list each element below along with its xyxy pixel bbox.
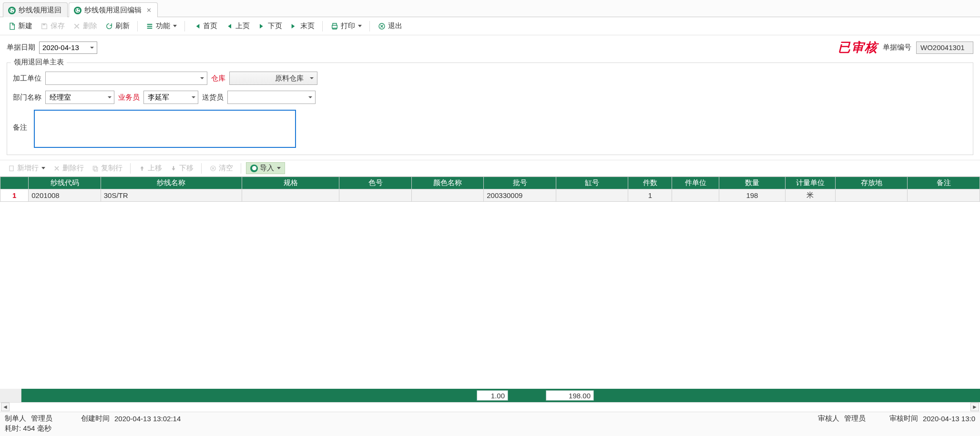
chevron-down-icon[interactable]: [87, 42, 97, 53]
col-header[interactable]: 规格: [242, 177, 339, 189]
svg-rect-0: [43, 23, 45, 25]
delete-icon: [53, 165, 61, 172]
doc-date-field[interactable]: [39, 42, 97, 54]
col-header[interactable]: 纱线名称: [101, 177, 242, 189]
copy-icon: [92, 165, 99, 172]
new-icon: [8, 22, 16, 31]
cell[interactable]: [556, 189, 628, 202]
chevron-down-icon[interactable]: [105, 91, 114, 104]
elapsed-text: 耗时: 454 毫秒: [5, 423, 975, 435]
dept-label: 部门名称: [13, 93, 41, 102]
h-scrollbar[interactable]: ◄ ►: [0, 402, 980, 412]
cell[interactable]: [242, 189, 339, 202]
svg-rect-3: [93, 166, 96, 170]
col-header[interactable]: 批号: [484, 177, 556, 189]
doc-no-label: 单据编号: [883, 43, 911, 52]
separator: [241, 163, 241, 174]
tab-item[interactable]: 纱线领用退回: [3, 2, 68, 17]
table-row[interactable]: 1020100830S/TR2003300091198米: [0, 189, 980, 202]
total-qty: 1.00: [477, 390, 508, 401]
salesman-field[interactable]: [143, 91, 198, 104]
chevron-down-icon[interactable]: [306, 72, 317, 84]
warehouse-field[interactable]: 原料仓库: [229, 72, 317, 85]
cell[interactable]: 1: [628, 189, 672, 202]
arrow-up-icon: [138, 165, 146, 172]
salesman-input[interactable]: [144, 91, 189, 104]
col-header[interactable]: 存放地: [835, 177, 907, 189]
globe-icon: [250, 165, 258, 172]
cell[interactable]: 200330009: [484, 189, 556, 202]
auditor-label: 审核人: [818, 414, 839, 423]
separator: [184, 21, 185, 31]
col-header[interactable]: 数量: [719, 177, 785, 189]
create-time-label: 创建时间: [81, 414, 110, 423]
dept-input[interactable]: [46, 91, 105, 104]
data-grid: 纱线代码纱线名称规格色号颜色名称批号缸号件数件单位数量计量单位存放地备注 102…: [0, 176, 980, 412]
clear-icon: [209, 165, 217, 172]
import-button[interactable]: 导入: [246, 162, 285, 174]
doc-date-input[interactable]: [40, 42, 87, 53]
col-header[interactable]: 缸号: [556, 177, 628, 189]
deliverer-input[interactable]: [228, 91, 306, 104]
col-header[interactable]: 备注: [908, 177, 980, 189]
scroll-track[interactable]: [10, 404, 970, 411]
deliverer-field[interactable]: [227, 91, 316, 104]
row-number: 1: [0, 189, 29, 202]
audit-stamp: 已审核: [838, 39, 878, 56]
cell[interactable]: [339, 189, 411, 202]
cell[interactable]: 30S/TR: [101, 189, 242, 202]
col-header[interactable]: 纱线代码: [29, 177, 101, 189]
col-header[interactable]: 色号: [339, 177, 411, 189]
refresh-button[interactable]: 刷新: [102, 20, 133, 32]
grid-scroll[interactable]: 纱线代码纱线名称规格色号颜色名称批号缸号件数件单位数量计量单位存放地备注 102…: [0, 176, 980, 389]
save-icon: [40, 22, 49, 31]
doc-no-field: WO20041301: [916, 42, 973, 54]
last-page-button[interactable]: 末页: [287, 20, 317, 32]
print-button[interactable]: 打印: [327, 20, 365, 32]
tab-item-active[interactable]: 纱线领用退回编辑 ✕: [69, 2, 158, 17]
function-button[interactable]: 功能: [143, 20, 180, 32]
remarks-textarea[interactable]: [34, 110, 296, 148]
col-header[interactable]: 件数: [628, 177, 672, 189]
cell[interactable]: [835, 189, 907, 202]
cell[interactable]: 0201008: [29, 189, 101, 202]
globe-icon: [8, 7, 16, 14]
cell[interactable]: 米: [785, 189, 835, 202]
chevron-down-icon[interactable]: [189, 91, 198, 104]
save-button: 保存: [37, 20, 68, 32]
prev-page-button[interactable]: 上页: [222, 20, 253, 32]
exit-button[interactable]: 退出: [375, 20, 405, 32]
first-page-button[interactable]: 首页: [190, 20, 220, 32]
chevron-down-icon[interactable]: [197, 72, 207, 84]
col-header[interactable]: 件单位: [672, 177, 719, 189]
col-header[interactable]: [0, 177, 29, 189]
next-page-button[interactable]: 下页: [255, 20, 285, 32]
new-button[interactable]: 新建: [5, 20, 35, 32]
chevron-down-icon[interactable]: [306, 91, 315, 104]
creator-label: 制单人: [5, 414, 26, 423]
scroll-right-icon[interactable]: ►: [970, 403, 979, 411]
cell[interactable]: 198: [719, 189, 785, 202]
close-icon[interactable]: ✕: [146, 7, 152, 14]
col-header[interactable]: 颜色名称: [411, 177, 483, 189]
last-icon: [290, 22, 298, 31]
svg-rect-2: [10, 166, 13, 171]
move-down-button: 下移: [167, 162, 196, 174]
remarks-label: 备注: [13, 123, 27, 132]
grid-totals: 1.00 198.00: [0, 389, 980, 402]
globe-icon: [74, 7, 82, 14]
separator: [130, 163, 131, 174]
process-unit-field[interactable]: [45, 72, 207, 85]
dept-field[interactable]: [45, 91, 114, 104]
move-up-button: 上移: [135, 162, 165, 174]
cell[interactable]: [672, 189, 719, 202]
col-header[interactable]: 计量单位: [785, 177, 835, 189]
cell[interactable]: [908, 189, 980, 202]
audit-time-label: 审核时间: [889, 414, 918, 423]
scroll-left-icon[interactable]: ◄: [1, 403, 10, 411]
cell[interactable]: [411, 189, 483, 202]
master-form-group: 领用退回单主表 加工单位 仓库 原料仓库 部门名称 业务员 送货员 备注: [7, 62, 973, 155]
process-unit-input[interactable]: [46, 72, 197, 84]
prev-icon: [225, 22, 234, 31]
create-time-value: 2020-04-13 13:02:14: [114, 415, 181, 423]
